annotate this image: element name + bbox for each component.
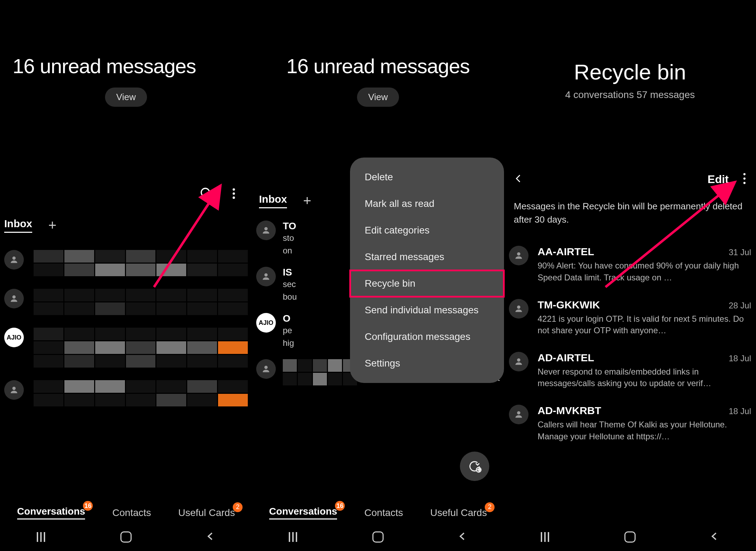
system-navbar bbox=[0, 523, 252, 551]
compose-fab[interactable]: + bbox=[460, 452, 489, 481]
tab-inbox[interactable]: Inbox bbox=[259, 193, 287, 208]
menu-configuration[interactable]: Configuration messages bbox=[350, 323, 504, 350]
svg-point-10 bbox=[264, 273, 267, 277]
svg-line-1 bbox=[208, 195, 211, 198]
nav-home-icon[interactable] bbox=[372, 531, 384, 543]
more-icon[interactable] bbox=[743, 172, 746, 186]
date: 28 Jul bbox=[729, 301, 751, 311]
avatar bbox=[4, 289, 24, 308]
list-item[interactable]: AD-MVKRBT18 Jul Callers will hear Theme … bbox=[507, 397, 753, 450]
svg-point-9 bbox=[264, 227, 267, 230]
search-icon[interactable] bbox=[200, 187, 214, 202]
menu-mark-read[interactable]: Mark all as read bbox=[350, 190, 504, 217]
svg-point-16 bbox=[743, 182, 746, 184]
svg-point-17 bbox=[517, 252, 520, 256]
redacted-content bbox=[34, 289, 248, 315]
list-item[interactable]: AD-AIRTEL18 Jul Never respond to emails/… bbox=[507, 344, 753, 397]
avatar bbox=[256, 359, 276, 379]
tab-inbox[interactable]: Inbox bbox=[4, 218, 32, 233]
sender: AD-MVKRBT bbox=[538, 405, 601, 417]
overflow-menu: Delete Mark all as read Edit categories … bbox=[350, 158, 504, 383]
view-button[interactable]: View bbox=[105, 88, 147, 107]
edit-button[interactable]: Edit bbox=[708, 173, 729, 186]
bottom-tabs: Conversations 16 Contacts Useful Cards 2 bbox=[0, 495, 252, 523]
avatar-ajio: AJIO bbox=[256, 313, 276, 333]
sender: TM-GKKWIK bbox=[538, 299, 600, 311]
tab-useful-cards[interactable]: Useful Cards 2 bbox=[430, 507, 487, 518]
avatar-ajio: AJIO bbox=[4, 328, 24, 347]
svg-point-5 bbox=[12, 257, 15, 260]
sender: AD-AIRTEL bbox=[538, 352, 594, 364]
tab-useful-cards[interactable]: Useful Cards 2 bbox=[178, 507, 235, 518]
redacted-content bbox=[34, 380, 248, 406]
svg-point-14 bbox=[743, 173, 746, 175]
menu-settings[interactable]: Settings bbox=[350, 350, 504, 377]
svg-text:+: + bbox=[477, 466, 481, 473]
list-item[interactable] bbox=[4, 374, 248, 413]
svg-point-3 bbox=[233, 193, 235, 195]
list-item[interactable] bbox=[4, 244, 248, 283]
view-button[interactable]: View bbox=[357, 88, 399, 107]
sender: AA-AIRTEL bbox=[538, 246, 594, 258]
menu-starred[interactable]: Starred messages bbox=[350, 244, 504, 270]
add-category-icon[interactable]: + bbox=[48, 217, 56, 233]
tab-contacts[interactable]: Contacts bbox=[112, 507, 151, 518]
nav-recent-icon[interactable] bbox=[541, 532, 551, 542]
avatar bbox=[4, 250, 24, 270]
avatar bbox=[509, 405, 528, 424]
nav-home-icon[interactable] bbox=[120, 531, 132, 543]
category-tabs: Inbox + bbox=[0, 217, 252, 233]
bottom-tabs: Conversations 16 Contacts Useful Cards 2 bbox=[252, 495, 504, 523]
nav-back-icon[interactable] bbox=[457, 531, 467, 543]
svg-point-15 bbox=[743, 177, 746, 180]
menu-delete[interactable]: Delete bbox=[350, 164, 504, 190]
toolbar: Edit bbox=[504, 167, 756, 191]
header: 16 unread messages View bbox=[252, 0, 504, 107]
avatar bbox=[509, 352, 528, 371]
date: 31 Jul bbox=[729, 247, 751, 257]
list-item[interactable]: AA-AIRTEL31 Jul 90% Alert: You have cons… bbox=[507, 238, 753, 291]
recycle-notice: Messages in the Recycle bin will be perm… bbox=[504, 191, 756, 235]
menu-send-individual[interactable]: Send individual messages bbox=[350, 297, 504, 323]
tab-conversations[interactable]: Conversations 16 bbox=[17, 506, 85, 519]
svg-point-2 bbox=[233, 188, 235, 191]
preview: Never respond to emails/embedded links i… bbox=[538, 366, 751, 389]
avatar bbox=[509, 299, 528, 319]
list-item[interactable]: TM-GKKWIK28 Jul 4221 is your login OTP. … bbox=[507, 291, 753, 344]
more-icon[interactable] bbox=[227, 187, 241, 202]
nav-recent-icon[interactable] bbox=[37, 532, 47, 542]
svg-point-11 bbox=[264, 366, 267, 369]
nav-back-icon[interactable] bbox=[205, 531, 215, 543]
svg-point-20 bbox=[517, 411, 520, 414]
badge: 16 bbox=[335, 501, 345, 511]
recycle-subtitle: 4 conversations 57 messages bbox=[504, 89, 756, 100]
svg-point-19 bbox=[517, 358, 520, 361]
screen-menu-open: 16 unread messages View Inbox + TOstoon … bbox=[252, 0, 504, 551]
recycle-list: AA-AIRTEL31 Jul 90% Alert: You have cons… bbox=[504, 235, 756, 453]
nav-back-icon[interactable] bbox=[709, 531, 719, 543]
svg-point-4 bbox=[233, 196, 235, 199]
nav-home-icon[interactable] bbox=[624, 531, 636, 543]
date: 18 Jul bbox=[729, 354, 751, 363]
nav-recent-icon[interactable] bbox=[289, 532, 299, 542]
tab-contacts[interactable]: Contacts bbox=[364, 507, 403, 518]
preview: 90% Alert: You have consumed 90% of your… bbox=[538, 260, 751, 283]
list-item[interactable] bbox=[4, 283, 248, 321]
recycle-title: Recycle bin bbox=[504, 60, 756, 84]
avatar bbox=[509, 246, 528, 265]
unread-title: 16 unread messages bbox=[0, 54, 252, 78]
tab-conversations[interactable]: Conversations 16 bbox=[269, 506, 337, 519]
menu-edit-categories[interactable]: Edit categories bbox=[350, 217, 504, 244]
system-navbar bbox=[252, 523, 504, 551]
screen-inbox: 16 unread messages View Inbox + bbox=[0, 0, 252, 551]
menu-recycle-bin[interactable]: Recycle bin bbox=[350, 270, 504, 297]
avatar bbox=[256, 221, 276, 240]
list-item[interactable]: AJIO bbox=[4, 321, 248, 374]
badge: 2 bbox=[485, 502, 495, 512]
badge: 2 bbox=[233, 502, 243, 512]
add-category-icon[interactable]: + bbox=[303, 193, 311, 209]
svg-point-0 bbox=[201, 188, 209, 196]
header: Recycle bin 4 conversations 57 messages bbox=[504, 0, 756, 100]
back-icon[interactable] bbox=[514, 172, 523, 187]
preview: Callers will hear Theme Of Kalki as your… bbox=[538, 419, 751, 442]
